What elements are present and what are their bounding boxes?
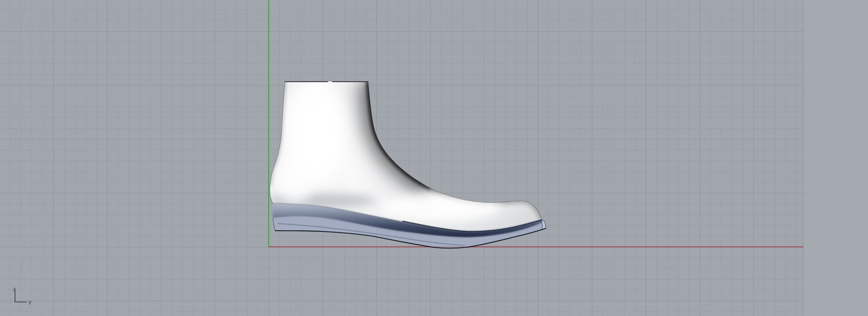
grid-right-margin — [804, 0, 868, 316]
grid-background — [0, 0, 804, 316]
cad-viewport[interactable]: z y — [0, 0, 868, 316]
axis-label-y: y — [28, 299, 32, 305]
axis-label-z: z — [13, 286, 16, 292]
